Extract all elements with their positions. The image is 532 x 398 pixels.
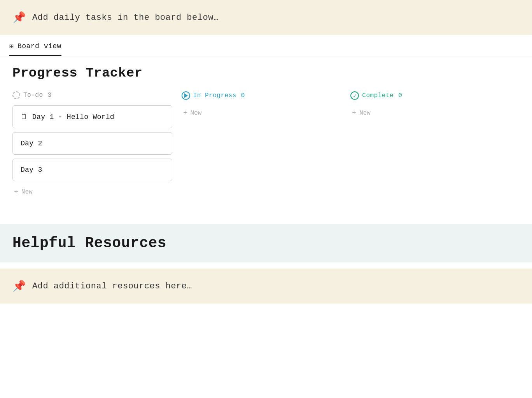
todo-new-button[interactable]: + New [12,185,34,199]
column-inprogress-count: 0 [241,92,245,99]
column-complete: ✓ Complete 0 + New [350,91,520,120]
todo-circle-icon [12,91,20,99]
complete-new-label: New [359,110,371,117]
tab-bar: ⊞ Board view [0,35,532,56]
task-card-day2[interactable]: Day 2 [12,132,172,155]
column-todo-count: 3 [48,92,52,99]
resources-pin-icon: 📌 [12,279,26,293]
banner-text: Add daily tasks in the board below… [32,13,219,23]
resources-banner-text: Add additional resources here… [32,281,192,291]
task-card-day1-label: Day 1 - Hello World [32,113,114,121]
column-inprogress: In Progress 0 + New [182,91,351,120]
helpful-resources-title: Helpful Resources [12,235,520,251]
page-title: Progress Tracker [12,66,520,80]
pin-icon: 📌 [12,11,26,24]
column-complete-count: 0 [398,92,402,99]
inprogress-new-button[interactable]: + New [182,106,203,120]
board-columns: To-do 3 🗒 Day 1 - Hello World Day 2 Day … [12,91,520,199]
todo-new-label: New [21,189,33,196]
document-icon: 🗒 [21,113,28,121]
top-banner: 📌 Add daily tasks in the board below… [0,0,532,35]
column-inprogress-title: In Progress [193,92,236,99]
main-content: Progress Tracker To-do 3 🗒 Day 1 - Hello… [0,56,532,208]
task-card-day2-label: Day 2 [21,140,42,147]
inprogress-circle-icon [182,91,190,100]
column-todo-title: To-do [23,92,43,99]
column-todo: To-do 3 🗒 Day 1 - Hello World Day 2 Day … [12,91,182,199]
todo-plus-icon: + [14,188,18,196]
resources-banner: 📌 Add additional resources here… [0,269,532,304]
column-complete-title: Complete [362,92,394,99]
inprogress-new-label: New [190,110,201,117]
board-view-icon: ⊞ [9,42,14,51]
board-view-label: Board view [18,42,61,50]
task-card-day1[interactable]: 🗒 Day 1 - Hello World [12,105,172,128]
complete-circle-icon: ✓ [350,91,359,100]
column-inprogress-header: In Progress 0 [182,91,341,100]
tab-board-view[interactable]: ⊞ Board view [9,42,61,56]
complete-new-button[interactable]: + New [350,106,372,120]
complete-plus-icon: + [352,109,356,117]
helpful-resources-section: Helpful Resources [0,224,532,262]
inprogress-plus-icon: + [183,109,187,117]
task-card-day3-label: Day 3 [21,166,42,174]
column-complete-header: ✓ Complete 0 [350,91,510,100]
column-todo-header: To-do 3 [12,91,172,99]
task-card-day3[interactable]: Day 3 [12,159,172,181]
